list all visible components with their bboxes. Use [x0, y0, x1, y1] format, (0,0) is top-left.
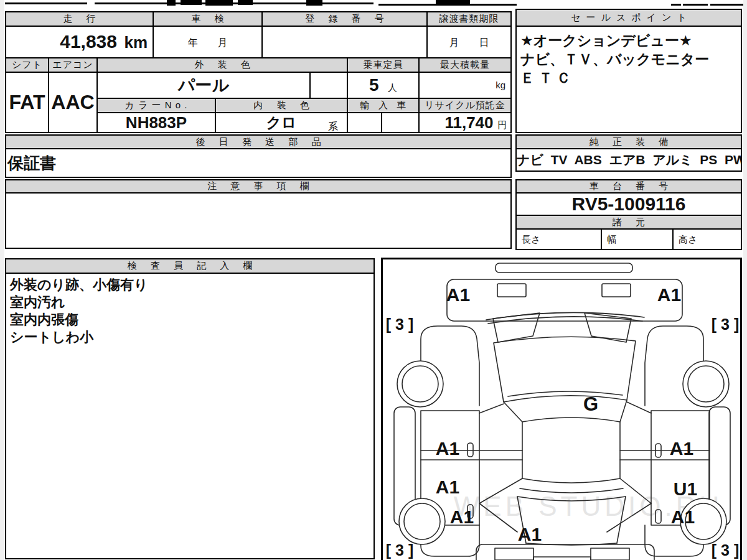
sales-point-line: ★オークションデビュー★	[520, 31, 737, 50]
inspector-line: 室内汚れ	[10, 294, 370, 311]
damage-diagram-box: WEB STUDIO.RU	[381, 258, 742, 560]
sales-point-header: セールスポイント	[515, 9, 742, 27]
capacity-unit: 人	[388, 82, 397, 93]
sales-point-line: ナビ、ＴＶ、バックモニター	[520, 50, 737, 68]
color-no-value: NH883P	[96, 112, 216, 133]
exterior-color-extra	[309, 72, 348, 99]
import-value-2	[381, 112, 420, 133]
specs-header: 諸 元	[515, 215, 742, 230]
interior-color-header: 内 装 色	[215, 98, 348, 113]
inspector-line: 室内内張傷	[10, 311, 370, 329]
later-parts-header: 後 日 発 送 部 品	[5, 134, 512, 149]
registration-header: 登 録 番 号	[261, 11, 428, 27]
damage-quarter-left: A1	[450, 506, 474, 527]
inspector-box: 外装のり跡、小傷有り 室内汚れ 室内内張傷 シートしわ小	[5, 273, 375, 559]
inspection-value: 年 月	[153, 26, 263, 58]
interior-color-value: クロ 系	[215, 112, 348, 133]
color-no-header: カ ラ ー N o .	[96, 98, 216, 113]
chassis-value: RV5-1009116	[515, 192, 742, 216]
right-margin	[743, 0, 747, 560]
import-value-1	[347, 112, 382, 133]
inspector-line: 外装のり跡、小傷有り	[10, 276, 370, 294]
damage-front-bumper-left: A1	[446, 284, 470, 305]
interior-color-name: クロ	[266, 114, 296, 131]
glass-mark: G	[583, 393, 598, 415]
capacity-number: 5	[369, 75, 379, 95]
notes-header: 注 意 事 項 欄	[5, 179, 512, 194]
sales-point-line: ＥＴＣ	[520, 68, 737, 87]
mileage-header: 走 行	[5, 11, 154, 27]
mileage-unit: km	[124, 33, 148, 52]
car-diagram: WEB STUDIO.RU	[383, 259, 740, 560]
aircon-value: AAC	[48, 72, 98, 133]
recycle-unit: 円	[497, 119, 507, 130]
damage-front-bumper-right: A1	[657, 284, 681, 305]
damage-door-rear-right-a: A1	[671, 506, 695, 527]
tire-depth-front-right: [ 3 ]	[712, 315, 739, 333]
sales-point-box: ★オークションデビュー★ ナビ、ＴＶ、バックモニター ＥＴＣ	[515, 26, 742, 133]
spec-width-cell: 幅	[601, 228, 674, 250]
equipment-header: 純 正 装 備	[515, 134, 742, 149]
damage-door-front-left: A1	[436, 438, 459, 459]
damage-door-front-right: A1	[670, 438, 693, 459]
mileage-value: 41,838 km	[5, 26, 154, 58]
interior-color-suffix: 系	[328, 118, 338, 133]
auction-sheet: { "colors":{"header_bg":"#d7d7d7","borde…	[0, 0, 747, 560]
left-margin	[0, 0, 4, 560]
tire-depth-front-left: [ 3 ]	[386, 315, 413, 333]
inspector-line: シートしわ小	[10, 329, 370, 346]
registration-value	[261, 26, 428, 58]
equipment-value: ナビ TV ABS エアB アルミ PS PW	[515, 148, 742, 172]
recycle-number: 11,740	[444, 113, 493, 132]
tire-depth-rear-right: [ 3 ]	[712, 541, 739, 559]
inspector-header: 検 査 員 記 入 欄	[5, 258, 375, 274]
later-parts-value: 保証書	[5, 148, 512, 178]
import-header: 輸 入 車	[347, 98, 420, 113]
chassis-header: 車 台 番 号	[515, 179, 742, 194]
exterior-color-header: 外 装 色	[96, 57, 348, 73]
capacity-header: 乗車定員	[347, 57, 420, 73]
shift-value: FAT	[5, 72, 49, 133]
inspection-header: 車 検	[153, 11, 263, 27]
capacity-value: 5 人	[347, 72, 420, 99]
mileage-number: 41,838	[60, 31, 117, 52]
notes-box	[5, 192, 512, 249]
exterior-color-value: パール	[96, 72, 311, 99]
tire-depth-rear-left: [ 3 ]	[386, 541, 413, 559]
transfer-deadline-header: 譲渡書類期限	[426, 11, 512, 27]
front-lip	[496, 263, 632, 273]
shift-header: シフト	[5, 57, 49, 73]
aircon-header: エアコン	[48, 57, 98, 73]
maxload-header: 最大積載量	[418, 57, 512, 73]
spec-length-cell: 長さ	[515, 228, 602, 250]
spec-height-cell: 高さ	[672, 228, 742, 250]
damage-rear-gate: A1	[518, 524, 542, 544]
recycle-value: 11,740 円	[418, 112, 512, 133]
front-bumper	[447, 279, 682, 321]
transfer-deadline-value: 月 日	[426, 26, 512, 58]
damage-door-rear-right-u: U1	[674, 478, 697, 499]
maxload-value: kg	[418, 72, 512, 99]
recycle-header: リサイクル預託金	[418, 98, 512, 113]
damage-door-rear-left: A1	[436, 477, 459, 497]
